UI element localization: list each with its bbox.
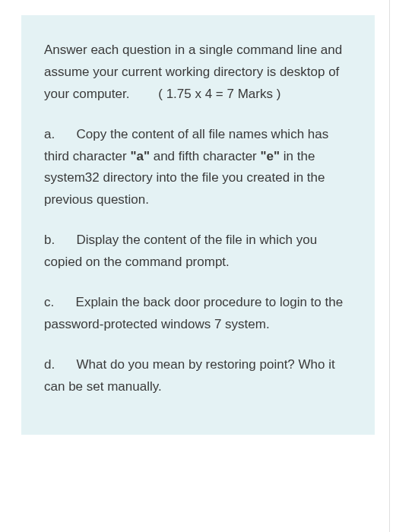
item-text: Explain the back door procedure to login… [44,295,343,331]
item-text-bold: "a" [130,149,150,163]
items-list: a. Copy the content of all file names wh… [44,124,352,398]
marks-spacer [129,87,158,101]
question-item: c. Explain the back door procedure to lo… [44,292,352,336]
item-label: b. [44,233,55,247]
question-item: a. Copy the content of all file names wh… [44,124,352,212]
item-label: d. [44,357,55,372]
item-text: Display the content of the file in which… [44,233,317,269]
instruction-paragraph: Answer each question in a single command… [44,40,352,106]
item-spacer [55,357,76,372]
question-card: Answer each question in a single command… [21,15,375,435]
question-item: b. Display the content of the file in wh… [44,230,352,274]
marks-text: ( 1.75 x 4 = 7 Marks ) [158,87,280,101]
item-spacer [54,295,75,309]
item-text: and fifth character [150,149,261,163]
question-item: d. What do you mean by restoring point? … [44,354,352,398]
page-border-right [389,0,390,532]
item-text: What do you mean by restoring point? Who… [44,357,335,394]
item-label: a. [44,127,55,141]
item-spacer [55,233,76,247]
item-text-bold: "e" [261,149,280,163]
item-label: c. [44,295,54,309]
item-spacer [55,127,76,141]
